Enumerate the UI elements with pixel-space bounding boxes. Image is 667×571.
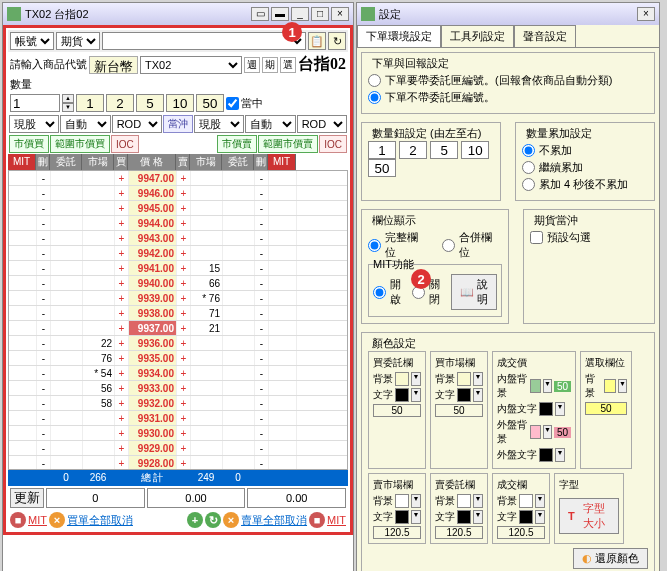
deal-bg[interactable] xyxy=(519,494,533,508)
cd-r1[interactable] xyxy=(368,239,381,252)
sellmkt-txt[interactable] xyxy=(395,510,409,524)
account-select[interactable] xyxy=(102,32,306,50)
ladder-row[interactable]: -+9940.00+66- xyxy=(9,276,347,291)
qty-input[interactable] xyxy=(10,94,60,112)
sellord-bg[interactable] xyxy=(457,494,471,508)
maximize-icon[interactable]: □ xyxy=(311,7,329,21)
buyord-txt-swatch[interactable] xyxy=(395,388,409,402)
outtxt-swatch[interactable] xyxy=(539,448,553,462)
plus-icon[interactable]: + xyxy=(187,512,203,528)
ladder-row[interactable]: -+9944.00+- xyxy=(9,216,347,231)
order-env-r1[interactable] xyxy=(368,74,381,87)
cancel-all-buy[interactable]: 買單全部取消 xyxy=(67,513,133,528)
product-select[interactable]: 期貨 xyxy=(56,32,100,50)
refresh-icon[interactable]: ↻ xyxy=(328,32,346,50)
market-sell-btn[interactable]: 市價賣 xyxy=(217,135,257,153)
ladder-row[interactable]: -22+9936.00+- xyxy=(9,336,347,351)
mit-on[interactable] xyxy=(373,286,386,299)
buy-tif-select[interactable]: ROD xyxy=(112,115,162,133)
qty-btn-2[interactable]: 2 xyxy=(106,94,134,112)
qty-cfg-4[interactable] xyxy=(461,141,489,159)
ladder-row[interactable]: -+9937.00+21- xyxy=(9,321,347,336)
outbg-swatch[interactable] xyxy=(530,425,541,439)
qa-r1[interactable] xyxy=(522,144,535,157)
selcol-bg-swatch[interactable] xyxy=(604,379,616,393)
acct-type-select[interactable]: 帳號 xyxy=(10,32,54,50)
buy-type-select[interactable]: 現股 xyxy=(9,115,59,133)
tab-order-env[interactable]: 下單環境設定 xyxy=(357,25,441,47)
qty-cfg-5[interactable] xyxy=(368,159,396,177)
ladder-row[interactable]: -+9947.00+- xyxy=(9,171,347,186)
ladder-row[interactable]: -+9939.00+* 76- xyxy=(9,291,347,306)
qty-up-icon[interactable]: ▲ xyxy=(62,94,74,103)
ladder-row[interactable]: -+9928.00+- xyxy=(9,456,347,470)
mit-help-button[interactable]: 📖 說明 xyxy=(451,274,497,310)
cancel-all-sell[interactable]: 賣單全部取消 xyxy=(241,513,307,528)
settings-close-icon[interactable]: × xyxy=(637,7,655,21)
hedge-check[interactable] xyxy=(530,231,543,244)
ladder-row[interactable]: -+9945.00+- xyxy=(9,201,347,216)
sell-auto-select[interactable]: 自動 xyxy=(245,115,295,133)
update-button[interactable]: 更新 xyxy=(10,488,44,508)
daytrade-toggle[interactable]: 當沖 xyxy=(163,115,193,133)
ladder-row[interactable]: -76+9935.00+- xyxy=(9,351,347,366)
qa-r2[interactable] xyxy=(522,161,535,174)
ladder-row[interactable]: -+9946.00+- xyxy=(9,186,347,201)
inbg-swatch[interactable] xyxy=(530,379,541,393)
ladder-row[interactable]: -+9943.00+- xyxy=(9,231,347,246)
qty-btn-3[interactable]: 5 xyxy=(136,94,164,112)
sellmkt-bg[interactable] xyxy=(395,494,409,508)
mit-buy-link[interactable]: MIT xyxy=(28,514,47,526)
tab-futures[interactable]: 期 xyxy=(262,57,278,73)
tab-options[interactable]: 選 xyxy=(280,57,296,73)
sell-type-select[interactable]: 現股 xyxy=(194,115,244,133)
buy-auto-select[interactable]: 自動 xyxy=(60,115,110,133)
buymkt-bg-swatch[interactable] xyxy=(457,372,471,386)
currency-button[interactable]: 新台幣 xyxy=(89,56,138,74)
ladder-row[interactable]: -+9942.00+- xyxy=(9,246,347,261)
qty-btn-4[interactable]: 10 xyxy=(166,94,194,112)
tab-week[interactable]: 週 xyxy=(244,57,260,73)
price-ladder[interactable]: -+9947.00+--+9946.00+--+9945.00+--+9944.… xyxy=(8,170,348,470)
cancel-buy-icon[interactable]: × xyxy=(49,512,65,528)
ladder-row[interactable]: -+9930.00+- xyxy=(9,426,347,441)
range-market-buy-btn[interactable]: 範圍市價買 xyxy=(50,135,110,153)
mit-sell-icon[interactable]: ■ xyxy=(309,512,325,528)
qty-btn-5[interactable]: 50 xyxy=(196,94,224,112)
sell-tif-select[interactable]: ROD xyxy=(297,115,347,133)
cancel-sell-icon[interactable]: × xyxy=(223,512,239,528)
cd-r2[interactable] xyxy=(442,239,455,252)
ladder-row[interactable]: -56+9933.00+- xyxy=(9,381,347,396)
range-market-sell-btn[interactable]: 範圍市價賣 xyxy=(258,135,318,153)
ladder-row[interactable]: -* 54+9934.00+- xyxy=(9,366,347,381)
mit-sell-link[interactable]: MIT xyxy=(327,514,346,526)
mit-buy-icon[interactable]: ■ xyxy=(10,512,26,528)
qty-btn-1[interactable]: 1 xyxy=(76,94,104,112)
close-icon[interactable]: × xyxy=(331,7,349,21)
font-size-button[interactable]: T 字型大小 xyxy=(559,498,619,534)
deal-txt[interactable] xyxy=(519,510,533,524)
symbol-select[interactable]: TX02 xyxy=(140,56,242,74)
qty-down-icon[interactable]: ▼ xyxy=(62,103,74,112)
ioc-sell-btn[interactable]: IOC xyxy=(319,135,347,153)
ladder-row[interactable]: -+9929.00+- xyxy=(9,441,347,456)
dd-icon[interactable]: ▼ xyxy=(411,372,421,386)
ladder-row[interactable]: -+9938.00+71- xyxy=(9,306,347,321)
restore-colors-button[interactable]: ◐ 還原顏色 xyxy=(573,548,648,569)
qty-cfg-3[interactable] xyxy=(430,141,458,159)
qa-r3[interactable] xyxy=(522,178,535,191)
calendar-icon[interactable]: 📋 xyxy=(308,32,326,50)
icon-a[interactable]: ▭ xyxy=(251,7,269,21)
qty-cfg-1[interactable] xyxy=(368,141,396,159)
icon-b[interactable]: ▬ xyxy=(271,7,289,21)
ladder-row[interactable]: -+9941.00+15- xyxy=(9,261,347,276)
tab-sound[interactable]: 聲音設定 xyxy=(514,25,576,47)
buyord-bg-swatch[interactable] xyxy=(395,372,409,386)
tab-toolbar[interactable]: 工具列設定 xyxy=(441,25,514,47)
sellord-txt[interactable] xyxy=(457,510,471,524)
market-buy-btn[interactable]: 市價買 xyxy=(9,135,49,153)
qty-cfg-2[interactable] xyxy=(399,141,427,159)
minimize-icon[interactable]: _ xyxy=(291,7,309,21)
buymkt-txt-swatch[interactable] xyxy=(457,388,471,402)
full-check[interactable] xyxy=(226,97,239,110)
